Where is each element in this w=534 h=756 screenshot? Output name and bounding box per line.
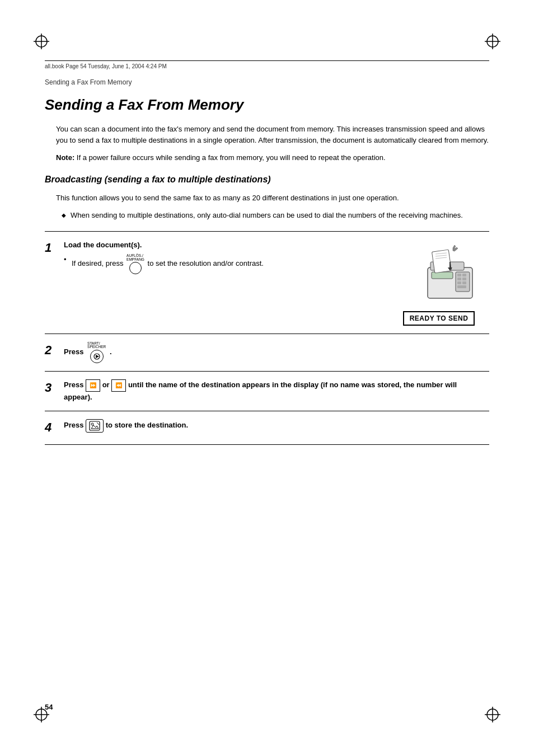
- breadcrumb: Sending a Fax From Memory: [45, 78, 489, 86]
- step-2-content: Press START/SPEICHER .: [64, 342, 489, 363]
- start-button[interactable]: [90, 350, 104, 363]
- store-icon-svg: [89, 421, 100, 431]
- fax-machine-svg: [394, 240, 484, 307]
- subsection-title: Broadcasting (sending a fax to multiple …: [45, 175, 489, 185]
- step-2-period: .: [110, 348, 112, 356]
- header-file-info: all.book Page 54 Tuesday, June 1, 2004 4…: [45, 63, 167, 69]
- step-1-title: Load the document(s).: [64, 241, 142, 249]
- svg-rect-19: [457, 281, 461, 284]
- step-4-content: Press to store the destination.: [64, 419, 489, 433]
- svg-rect-16: [462, 274, 466, 276]
- svg-line-33: [97, 422, 99, 425]
- step-3-press: Press: [64, 381, 86, 389]
- note-text: Note: If a power failure occurs while se…: [56, 152, 489, 163]
- step-1: 1 Load the document(s). If desired, pres…: [45, 232, 489, 334]
- step-3: 3 Press ⏩ or ⏪ until the name of the des…: [45, 372, 489, 412]
- steps-container: 1 Load the document(s). If desired, pres…: [45, 231, 489, 445]
- note-body: If a power failure occurs while sending …: [77, 153, 386, 162]
- svg-rect-17: [457, 278, 461, 280]
- resolution-button[interactable]: [129, 262, 142, 274]
- svg-rect-23: [432, 250, 452, 273]
- step-3-or: or: [102, 381, 112, 389]
- svg-point-32: [91, 423, 93, 425]
- start-btn-label: START/SPEICHER: [87, 342, 106, 349]
- subsection-body: This function allows you to send the sam…: [56, 192, 489, 204]
- svg-marker-30: [96, 355, 99, 358]
- step-4-text: to store the destination.: [106, 421, 188, 430]
- page-number: 54: [45, 703, 53, 711]
- bullet-list: When sending to multiple destinations, o…: [62, 210, 489, 221]
- step-1-content: Load the document(s). If desired, press …: [64, 240, 388, 275]
- start-button-wrapper: START/SPEICHER: [87, 342, 106, 363]
- arrow-forward-button[interactable]: ⏩: [86, 379, 100, 392]
- ready-to-send-text: READY TO SEND: [410, 314, 469, 322]
- note-label: Note:: [56, 153, 74, 162]
- page-title: Sending a Fax From Memory: [45, 96, 489, 114]
- store-button[interactable]: [86, 419, 104, 433]
- svg-rect-22: [432, 272, 453, 279]
- step-4-number: 4: [45, 419, 64, 435]
- step-2-title: Press: [64, 348, 83, 356]
- intro-text: You can scan a document into the fax's m…: [56, 124, 489, 145]
- step-2: 2 Press START/SPEICHER .: [45, 334, 489, 372]
- header-bar: all.book Page 54 Tuesday, June 1, 2004 4…: [45, 60, 489, 69]
- arrow-back-button[interactable]: ⏪: [111, 379, 126, 392]
- step-2-number: 2: [45, 342, 64, 358]
- step-4: 4 Press to store the destination.: [45, 411, 489, 445]
- svg-rect-31: [90, 421, 100, 430]
- svg-rect-15: [457, 274, 461, 276]
- main-content: Sending a Fax From Memory Sending a Fax …: [45, 73, 489, 711]
- svg-rect-20: [462, 281, 466, 284]
- resolution-button-wrapper: AUFLÖS./EMPFANG: [127, 254, 144, 274]
- step-1-number: 1: [45, 240, 64, 255]
- step-4-press: Press: [64, 421, 86, 430]
- svg-rect-18: [462, 278, 466, 280]
- bullet-item-1: When sending to multiple destinations, o…: [62, 210, 489, 221]
- ready-to-send-box: READY TO SEND: [403, 311, 475, 326]
- step-3-content: Press ⏩ or ⏪ until the name of the desti…: [64, 379, 489, 403]
- corner-mark-tl: [34, 34, 56, 56]
- step-1-bullet: If desired, press AUFLÖS./EMPFANG to set…: [64, 254, 383, 274]
- corner-mark-tr: [478, 34, 500, 56]
- svg-rect-21: [457, 285, 466, 288]
- resolution-btn-label: AUFLÖS./EMPFANG: [127, 254, 144, 261]
- step-3-number: 3: [45, 379, 64, 395]
- step-1-image: READY TO SEND: [388, 240, 489, 326]
